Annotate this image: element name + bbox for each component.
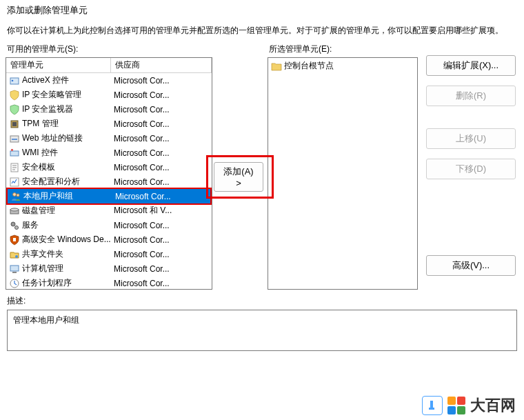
- snapin-row[interactable]: Web 地址的链接Microsoft Cor...: [6, 131, 212, 146]
- available-snapins-list[interactable]: 管理单元 供应商 ActiveX 控件Microsoft Cor...IP 安全…: [6, 57, 212, 290]
- template-icon: [9, 162, 20, 173]
- snapin-name: 本地用户和组: [23, 190, 114, 202]
- snapin-vendor: Microsoft Cor...: [112, 119, 212, 129]
- share-icon: [9, 249, 20, 260]
- chip-icon: [9, 119, 20, 130]
- svg-rect-3: [12, 122, 17, 126]
- add-button-highlight: 添加(A) >: [206, 155, 274, 199]
- svg-rect-17: [10, 266, 19, 271]
- snapin-row[interactable]: 高级安全 Windows De...Microsoft Cor...: [6, 232, 212, 247]
- snapin-vendor: Microsoft Cor...: [112, 264, 212, 274]
- svg-rect-0: [10, 78, 19, 84]
- col-name[interactable]: 管理单元: [6, 58, 111, 72]
- snapin-vendor: Microsoft Cor...: [112, 221, 212, 230]
- snapin-name: WMI 控件: [22, 147, 112, 159]
- svg-rect-20: [430, 401, 433, 408]
- snapin-name: 任务计划程序: [22, 277, 112, 289]
- disk-icon: [9, 206, 20, 217]
- svg-rect-6: [11, 149, 13, 151]
- snapin-row[interactable]: 共享文件夹Microsoft Cor...: [6, 247, 212, 261]
- snapin-vendor: Microsoft Cor...: [112, 134, 212, 143]
- snapin-row[interactable]: ActiveX 控件Microsoft Cor...: [6, 73, 212, 88]
- snapin-name: IP 安全监视器: [22, 103, 112, 115]
- svg-point-13: [11, 222, 15, 226]
- description-label: 描述:: [7, 295, 517, 307]
- snapin-name: 计算机管理: [22, 263, 112, 274]
- snapin-row[interactable]: 磁盘管理Microsoft 和 V...: [6, 203, 212, 218]
- svg-point-14: [15, 226, 19, 229]
- svg-rect-15: [13, 238, 16, 241]
- selected-row-highlight: 本地用户和组Microsoft Cor...: [6, 188, 212, 205]
- snapin-row[interactable]: 安全模板Microsoft Cor...: [6, 160, 212, 174]
- window-title: 添加或删除管理单元: [0, 0, 524, 19]
- snapin-name: 安全配置和分析: [22, 176, 112, 188]
- move-down-button[interactable]: 下移(D): [426, 159, 516, 179]
- advanced-button[interactable]: 高级(V)...: [426, 255, 516, 276]
- svg-point-1: [12, 79, 14, 81]
- shield-green-icon: [9, 104, 20, 115]
- svg-rect-5: [10, 151, 19, 156]
- task-icon: [9, 278, 20, 289]
- snapin-name: 共享文件夹: [22, 248, 112, 260]
- snapin-row[interactable]: IP 安全监视器Microsoft Cor...: [6, 102, 212, 117]
- svg-point-10: [17, 194, 19, 197]
- wmi-icon: [9, 148, 20, 159]
- snapin-name: IP 安全策略管理: [22, 89, 112, 101]
- activex-icon: [9, 75, 20, 86]
- snapin-row[interactable]: IP 安全策略管理Microsoft Cor...: [6, 88, 212, 102]
- selected-snapins-tree[interactable]: 控制台根节点: [268, 57, 418, 290]
- snapin-vendor: Microsoft Cor...: [112, 76, 212, 86]
- watermark: 大百网: [422, 395, 516, 416]
- snapin-vendor: Microsoft Cor...: [112, 90, 212, 100]
- selected-snapins-label: 所选管理单元(E):: [268, 43, 418, 55]
- description-text: 管理本地用户和组: [13, 315, 79, 325]
- console-root-node[interactable]: 控制台根节点: [268, 58, 417, 73]
- description-box: 管理本地用户和组: [7, 310, 517, 351]
- watermark-text: 大百网: [470, 395, 516, 416]
- snapin-vendor: Microsoft Cor...: [114, 192, 210, 201]
- snapin-name: 磁盘管理: [22, 205, 112, 217]
- computer-icon: [9, 263, 20, 274]
- snapin-name: TPM 管理: [22, 118, 112, 130]
- analyze-icon: [9, 177, 20, 188]
- svg-point-12: [10, 208, 19, 211]
- snapin-vendor: Microsoft Cor...: [112, 105, 212, 114]
- snapin-row[interactable]: 服务Microsoft Cor...: [6, 218, 212, 232]
- edit-extensions-button[interactable]: 编辑扩展(X)...: [426, 55, 516, 76]
- add-button[interactable]: 添加(A) >: [214, 162, 263, 192]
- snapin-vendor: Microsoft 和 V...: [112, 205, 212, 217]
- snapin-row[interactable]: 安全配置和分析Microsoft Cor...: [6, 174, 212, 189]
- snapin-vendor: Microsoft Cor...: [112, 250, 212, 259]
- svg-rect-18: [12, 272, 17, 273]
- snapin-name: ActiveX 控件: [22, 74, 112, 86]
- logo-icon: [447, 396, 466, 415]
- list-header: 管理单元 供应商: [6, 58, 212, 73]
- svg-rect-21: [429, 408, 434, 410]
- users-icon: [10, 191, 21, 202]
- snapin-row[interactable]: TPM 管理Microsoft Cor...: [6, 117, 212, 131]
- col-vendor[interactable]: 供应商: [111, 58, 212, 72]
- snapin-vendor: Microsoft Cor...: [112, 163, 212, 172]
- remove-button[interactable]: 删除(R): [426, 86, 516, 106]
- svg-point-9: [13, 192, 17, 196]
- shield-blue-icon: [9, 90, 20, 101]
- gears-icon: [9, 220, 20, 231]
- available-snapins-label: 可用的管理单元(S):: [6, 43, 212, 55]
- snapin-row[interactable]: 计算机管理Microsoft Cor...: [6, 261, 212, 276]
- firewall-icon: [9, 234, 20, 246]
- root-node-label: 控制台根节点: [284, 60, 334, 72]
- folder-icon: [271, 61, 282, 71]
- snapin-row[interactable]: 任务计划程序Microsoft Cor...: [6, 276, 212, 290]
- intro-text: 你可以在计算机上为此控制台选择可用的管理单元并配置所选的一组管理单元。对于可扩展…: [0, 19, 524, 39]
- move-up-button[interactable]: 上移(U): [426, 128, 516, 149]
- snapin-name: 高级安全 Windows De...: [22, 234, 112, 246]
- snapin-vendor: Microsoft Cor...: [112, 148, 212, 158]
- snapin-row[interactable]: WMI 控件Microsoft Cor...: [6, 146, 212, 160]
- snapin-vendor: Microsoft Cor...: [112, 177, 212, 187]
- snapin-row[interactable]: 本地用户和组Microsoft Cor...: [8, 189, 210, 203]
- snapin-name: 服务: [22, 219, 112, 231]
- link-icon: [9, 133, 20, 144]
- snapin-vendor: Microsoft Cor...: [112, 279, 212, 288]
- snapin-name: Web 地址的链接: [22, 132, 112, 144]
- svg-point-16: [15, 255, 18, 258]
